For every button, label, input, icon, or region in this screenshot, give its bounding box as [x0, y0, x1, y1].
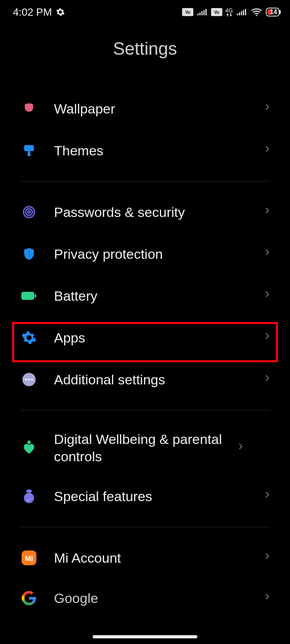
svg-point-29 — [26, 489, 32, 493]
row-label: Wallpaper — [54, 100, 258, 118]
network-4g-label: 4G — [226, 8, 233, 17]
battery-icon — [20, 287, 38, 305]
row-label: Special features — [54, 488, 258, 505]
volte-icon-2: Vo — [211, 8, 222, 16]
row-label: Privacy protection — [54, 246, 258, 263]
svg-rect-6 — [205, 9, 207, 15]
svg-point-20 — [28, 211, 30, 213]
divider — [20, 181, 270, 182]
settings-list: Wallpaper Themes Passwords & security Pr… — [0, 88, 290, 607]
svg-rect-3 — [199, 12, 201, 15]
row-battery[interactable]: Battery — [0, 275, 290, 317]
fingerprint-icon — [20, 203, 38, 221]
divider — [20, 527, 270, 527]
row-digital-wellbeing[interactable]: Digital Wellbeing & parental controls — [0, 420, 290, 475]
svg-rect-4 — [201, 11, 203, 15]
svg-rect-5 — [203, 10, 205, 15]
row-label: Themes — [54, 142, 258, 159]
row-label: Google — [54, 590, 258, 607]
svg-text:Vo: Vo — [185, 10, 190, 14]
network-type-text: 4G — [226, 8, 233, 13]
svg-rect-15 — [24, 145, 34, 151]
brush-icon — [20, 142, 38, 159]
tulip-icon — [20, 100, 38, 118]
svg-point-19 — [26, 209, 33, 216]
flask-icon — [20, 487, 38, 505]
status-bar: 4:02 PM Vo Vo 4G 14 — [0, 0, 290, 24]
chevron-right-icon — [263, 490, 275, 502]
heart-person-icon — [20, 439, 38, 457]
divider — [20, 410, 270, 411]
chevron-right-icon — [263, 144, 275, 157]
chevron-right-icon — [236, 442, 248, 454]
svg-point-23 — [27, 336, 31, 340]
svg-point-28 — [27, 440, 31, 444]
svg-text:MI: MI — [25, 554, 33, 563]
svg-point-31 — [27, 500, 29, 501]
wifi-icon — [251, 8, 263, 17]
svg-rect-11 — [241, 11, 242, 15]
svg-point-30 — [24, 493, 34, 504]
dots-icon — [20, 371, 38, 388]
chevron-right-icon — [263, 206, 275, 218]
row-privacy-protection[interactable]: Privacy protection — [0, 233, 290, 275]
row-wallpaper[interactable]: Wallpaper — [0, 88, 290, 130]
volte-icon-1: Vo — [182, 8, 193, 16]
row-label: Passwords & security — [54, 204, 258, 221]
svg-point-27 — [31, 379, 33, 381]
row-special-features[interactable]: Special features — [0, 475, 290, 517]
svg-rect-17 — [27, 154, 31, 156]
home-indicator[interactable] — [93, 635, 197, 638]
svg-point-26 — [28, 379, 30, 381]
chevron-right-icon — [263, 248, 275, 260]
row-additional-settings[interactable]: Additional settings — [0, 359, 290, 400]
battery-indicator: 14 — [266, 8, 280, 17]
svg-rect-22 — [35, 294, 36, 297]
settings-status-icon — [56, 8, 65, 17]
svg-rect-16 — [28, 151, 30, 155]
signal-icon-2 — [236, 8, 247, 16]
chevron-right-icon — [263, 592, 275, 604]
row-google[interactable]: Google — [0, 579, 290, 607]
svg-point-14 — [256, 15, 257, 16]
row-label: Apps — [54, 329, 258, 347]
chevron-right-icon — [263, 332, 275, 344]
gear-icon — [20, 329, 38, 347]
svg-point-32 — [30, 499, 31, 500]
chevron-right-icon — [263, 552, 275, 564]
svg-rect-12 — [243, 10, 244, 15]
svg-rect-9 — [237, 14, 238, 15]
battery-percent-text: 14 — [268, 9, 277, 15]
row-passwords-security[interactable]: Passwords & security — [0, 191, 290, 233]
row-themes[interactable]: Themes — [0, 130, 290, 171]
row-mi-account[interactable]: MI Mi Account — [0, 537, 290, 579]
row-label: Battery — [54, 287, 258, 305]
svg-rect-10 — [239, 12, 240, 15]
status-right: Vo Vo 4G 14 — [182, 8, 280, 17]
svg-rect-13 — [245, 9, 246, 15]
google-icon — [20, 589, 38, 607]
row-label: Digital Wellbeing & parental controls — [54, 431, 231, 465]
chevron-right-icon — [263, 290, 275, 302]
chevron-right-icon — [263, 103, 275, 115]
signal-icon-1 — [197, 8, 208, 16]
page-title: Settings — [0, 39, 290, 59]
mi-icon: MI — [20, 549, 38, 567]
chevron-right-icon — [263, 374, 275, 386]
svg-text:Vo: Vo — [214, 10, 219, 14]
svg-rect-2 — [197, 14, 199, 15]
row-apps[interactable]: Apps — [0, 317, 290, 359]
row-label: Additional settings — [54, 371, 258, 388]
svg-point-25 — [25, 379, 27, 381]
clock-text: 4:02 PM — [13, 6, 52, 19]
status-left: 4:02 PM — [13, 6, 65, 19]
row-label: Mi Account — [54, 549, 258, 567]
shield-icon — [20, 245, 38, 263]
svg-rect-21 — [21, 292, 34, 300]
